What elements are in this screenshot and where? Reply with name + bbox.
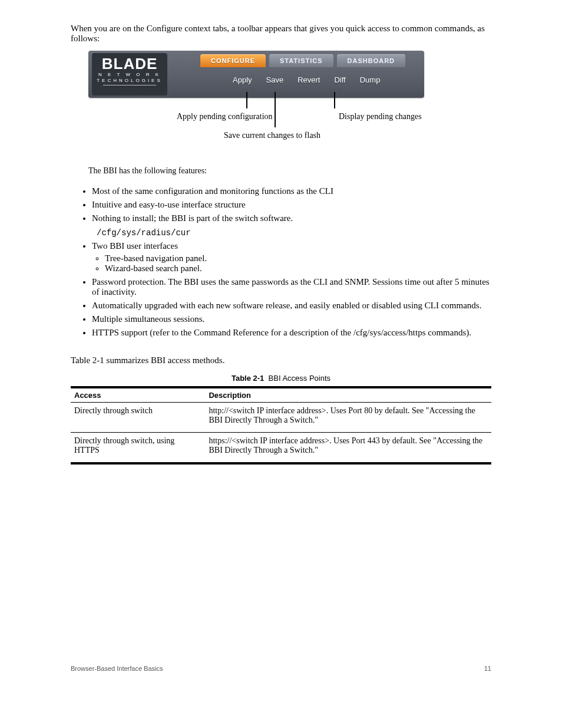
configure-banner: BLADE N E T W O R K TECHNOLOGIES CONFIGU…	[88, 51, 424, 98]
toolbar-apply[interactable]: Apply	[233, 75, 252, 84]
list-item: Wizard-based search panel.	[105, 263, 491, 274]
table-row: Directly through switch, using HTTPS htt…	[71, 433, 491, 464]
list-item: Intuitive and easy-to-use interface stru…	[92, 200, 491, 210]
table-row: Directly through switch http://<switch I…	[71, 403, 491, 433]
list-item: Most of the same configuration and monit…	[92, 186, 491, 196]
callout-diff: Display pending changes	[339, 112, 422, 121]
toolbar-diff[interactable]: Diff	[334, 75, 345, 84]
callout-save: Save current changes to flash	[224, 131, 320, 140]
feature-list: Most of the same configuration and monit…	[81, 186, 491, 338]
list-item: Two BBI user interfaces Tree-based navig…	[92, 241, 491, 274]
toolbar-save[interactable]: Save	[266, 75, 284, 84]
list-item: Nothing to install; the BBI is part of t…	[92, 213, 491, 238]
list-item: Tree-based navigation panel.	[105, 253, 491, 263]
tab-statistics[interactable]: STATISTICS	[269, 54, 333, 67]
list-item: Password protection. The BBI uses the sa…	[92, 277, 491, 297]
callout-labels: Apply pending configuration Save current…	[88, 104, 424, 180]
features-intro: The BBI has the following features:	[88, 166, 207, 176]
col-description: Description	[205, 387, 491, 403]
intro-paragraph: When you are on the Configure context ta…	[71, 24, 491, 44]
table-intro: Table 2-1 summarizes BBI access methods.	[71, 355, 491, 365]
list-item: HTTPS support (refer to the Command Refe…	[92, 328, 491, 338]
col-access: Access	[71, 387, 205, 403]
tab-configure[interactable]: CONFIGURE	[200, 54, 266, 67]
table-caption: Table 2-1 BBI Access Points	[71, 374, 491, 383]
list-item: Automatically upgraded with each new sof…	[92, 301, 491, 311]
blade-logo: BLADE N E T W O R K TECHNOLOGIES	[92, 53, 167, 95]
toolbar-revert[interactable]: Revert	[297, 75, 320, 84]
list-item: Multiple simultaneous sessions.	[92, 314, 491, 324]
callout-apply: Apply pending configuration	[177, 112, 273, 121]
toolbar-dump[interactable]: Dump	[360, 75, 381, 84]
access-table: Access Description Directly through swit…	[71, 386, 491, 465]
code-path: /cfg/sys/radius/cur	[97, 228, 491, 238]
footer-page-number: 11	[484, 665, 491, 672]
footer-left: Browser-Based Interface Basics	[71, 665, 163, 672]
tab-dashboard[interactable]: DASHBOARD	[337, 54, 406, 67]
